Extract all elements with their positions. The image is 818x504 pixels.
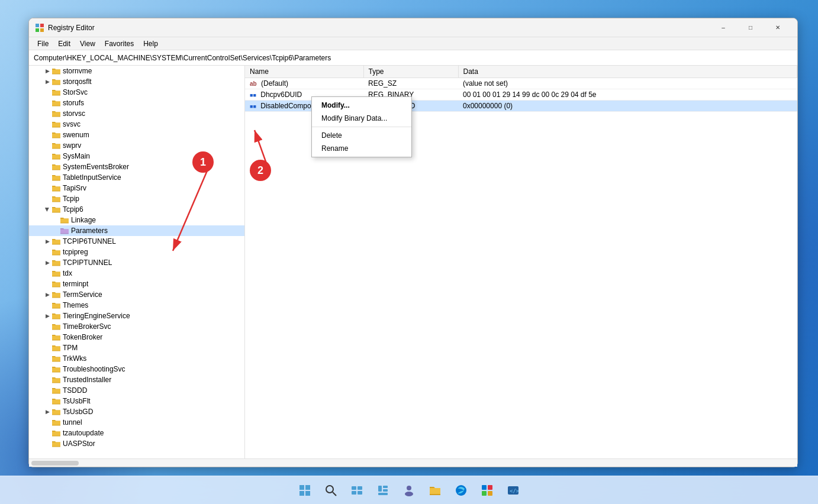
tree-item-tcpip[interactable]: Tcpip [29, 193, 244, 204]
tree-arrow-empty [43, 161, 51, 172]
col-data[interactable]: Data [458, 66, 797, 78]
tree-item-tsusbgd[interactable]: ▶ TsUsbGD [29, 406, 244, 417]
window-controls: – □ ✕ [710, 18, 791, 37]
tree-arrow-empty [43, 364, 51, 374]
svg-rect-16 [358, 491, 362, 495]
tree-item-parameters[interactable]: Parameters [29, 225, 244, 236]
tree-item-tapisrv[interactable]: TapiSrv [29, 183, 244, 193]
teams-button[interactable] [397, 479, 421, 502]
tree-item-tcpip6[interactable]: ▶ Tcpip6 [29, 204, 244, 215]
svg-point-23 [456, 485, 466, 496]
menu-favorites[interactable]: Favorites [100, 37, 139, 50]
tree-item-tabletinputservice[interactable]: TabletInputService [29, 172, 244, 183]
tree-item-storvsc[interactable]: storvsc [29, 108, 244, 119]
widgets-button[interactable] [371, 479, 395, 502]
reg-bin-icon: ■■ [250, 92, 256, 98]
taskview-button[interactable] [345, 479, 369, 502]
tree-label: TrustedInstaller [63, 376, 111, 384]
ctx-modify-binary[interactable]: Modify Binary Data... [312, 112, 411, 125]
menu-edit[interactable]: Edit [53, 37, 75, 50]
store-button[interactable] [475, 479, 499, 502]
tree-item-linkage[interactable]: Linkage [29, 215, 244, 225]
svg-rect-7 [299, 485, 304, 490]
edge-button[interactable] [449, 479, 473, 502]
start-button[interactable] [293, 479, 317, 502]
close-button[interactable]: ✕ [764, 18, 791, 37]
menu-file[interactable]: File [33, 37, 53, 50]
status-bar [29, 458, 797, 467]
minimize-button[interactable]: – [710, 18, 737, 37]
tree-item-tcpiptunnel[interactable]: ▶ TCPIPTUNNEL [29, 257, 244, 268]
tree-item-stornvme[interactable]: ▶ stornvme [29, 66, 244, 76]
tree-item-tsusbflt[interactable]: TsUsbFlt [29, 396, 244, 406]
explorer-button[interactable] [423, 479, 447, 502]
tree-item-tunnel[interactable]: tunnel [29, 417, 244, 428]
svg-rect-15 [352, 491, 356, 495]
tree-item-terminpt[interactable]: terminpt [29, 279, 244, 289]
table-row[interactable]: ab (Default) REG_SZ (value not set) [245, 78, 797, 89]
tree-item-storqosflt[interactable]: ▶ storqosflt [29, 76, 244, 87]
tree-arrow: ▶ [43, 311, 51, 321]
folder-icon [51, 301, 61, 310]
tree-item-swprv[interactable]: swprv [29, 140, 244, 151]
menu-view[interactable]: View [75, 37, 100, 50]
ctx-rename[interactable]: Rename [312, 142, 411, 155]
tree-arrow-empty [43, 300, 51, 311]
window-title: Registry Editor [48, 24, 710, 32]
tree-label: tcpipreg [63, 248, 88, 256]
tree-label: Tcpip6 [63, 205, 83, 214]
col-name[interactable]: Name [245, 66, 363, 78]
tree-panel[interactable]: ▶ stornvme ▶ storqosflt StorSvc storufs [29, 66, 245, 458]
tree-label: swenum [63, 131, 89, 139]
cell-data: 00 01 00 01 29 14 99 dc 00 0c 29 04 df 5… [458, 89, 797, 101]
maximize-button[interactable]: □ [737, 18, 764, 37]
tree-arrow-empty [43, 151, 51, 161]
tree-label: Themes [63, 301, 88, 309]
folder-icon [51, 194, 61, 203]
tree-item-termservice[interactable]: ▶ TermService [29, 289, 244, 300]
tree-label: stornvme [63, 67, 92, 75]
tree-item-trustedinstaller[interactable]: TrustedInstaller [29, 374, 244, 385]
horizontal-scrollbar[interactable] [31, 461, 79, 466]
tree-item-tpm[interactable]: TPM [29, 343, 244, 353]
tree-item-tzautoupdate[interactable]: tzautoupdate [29, 428, 244, 438]
tree-label: TroubleshootingSvc [63, 365, 125, 373]
tree-label: tunnel [63, 418, 82, 427]
col-type[interactable]: Type [363, 66, 458, 78]
tree-arrow-empty [43, 193, 51, 204]
ctx-modify[interactable]: Modify... [312, 99, 411, 112]
tree-item-troubleshootingsvc[interactable]: TroubleshootingSvc [29, 364, 244, 374]
folder-icon [60, 215, 69, 225]
folder-icon [51, 343, 61, 353]
tree-arrow-expanded: ▶ [42, 205, 53, 214]
tree-item-storsvc[interactable]: StorSvc [29, 87, 244, 98]
tree-label: Tcpip [63, 195, 79, 203]
search-button[interactable] [319, 479, 343, 502]
tree-item-tcpip6tunnel[interactable]: ▶ TCPIP6TUNNEL [29, 236, 244, 247]
tree-item-storufs[interactable]: storufs [29, 98, 244, 108]
reg-ab-icon: ab [250, 80, 257, 87]
ctx-delete[interactable]: Delete [312, 129, 411, 142]
ctx-separator [312, 127, 411, 127]
devtools-button[interactable]: </> [501, 479, 525, 502]
tree-item-tieringengineservice[interactable]: ▶ TieringEngineService [29, 311, 244, 321]
svg-point-22 [405, 492, 413, 496]
tree-arrow: ▶ [43, 76, 51, 87]
tree-arrow-empty [43, 428, 51, 438]
folder-icon [51, 109, 61, 118]
tree-item-swenum[interactable]: swenum [29, 130, 244, 140]
svg-rect-2 [36, 28, 39, 32]
tree-arrow-empty [43, 417, 51, 428]
svg-rect-18 [383, 486, 388, 488]
cell-name: ab (Default) [245, 78, 363, 89]
tree-item-trkwks[interactable]: TrkWks [29, 353, 244, 364]
menu-help[interactable]: Help [139, 37, 163, 50]
tree-item-tsddd[interactable]: TSDDD [29, 385, 244, 396]
tree-item-svsvc[interactable]: svsvc [29, 119, 244, 130]
tree-item-tcpipreg[interactable]: tcpipreg [29, 247, 244, 257]
tree-item-tdx[interactable]: tdx [29, 268, 244, 279]
tree-item-themes[interactable]: Themes [29, 300, 244, 311]
tree-item-uaspstor[interactable]: UASPStor [29, 438, 244, 449]
tree-item-timebrokersvc[interactable]: TimeBrokerSvc [29, 321, 244, 332]
tree-item-tokenbroker[interactable]: TokenBroker [29, 332, 244, 343]
